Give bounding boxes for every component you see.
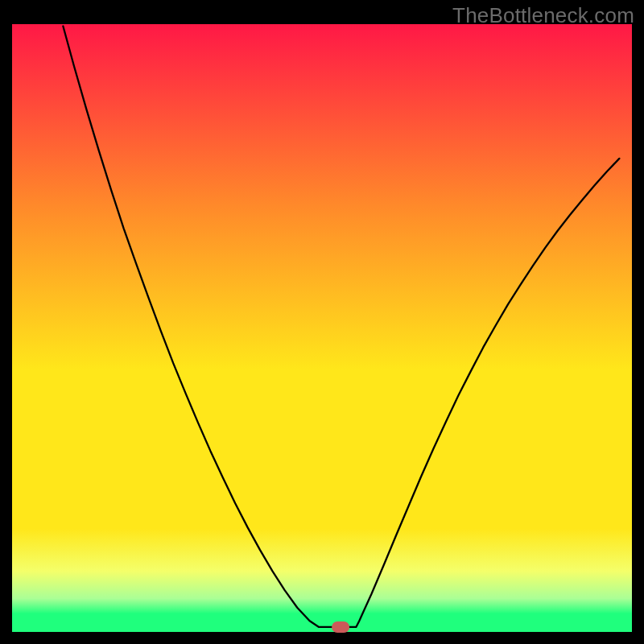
bottleneck-curve-chart xyxy=(0,0,644,644)
watermark-text: TheBottleneck.com xyxy=(452,3,634,28)
optimum-marker xyxy=(332,621,349,633)
chart-container: { "watermark": "TheBottleneck.com", "cha… xyxy=(0,0,644,644)
svg-rect-0 xyxy=(12,24,632,632)
